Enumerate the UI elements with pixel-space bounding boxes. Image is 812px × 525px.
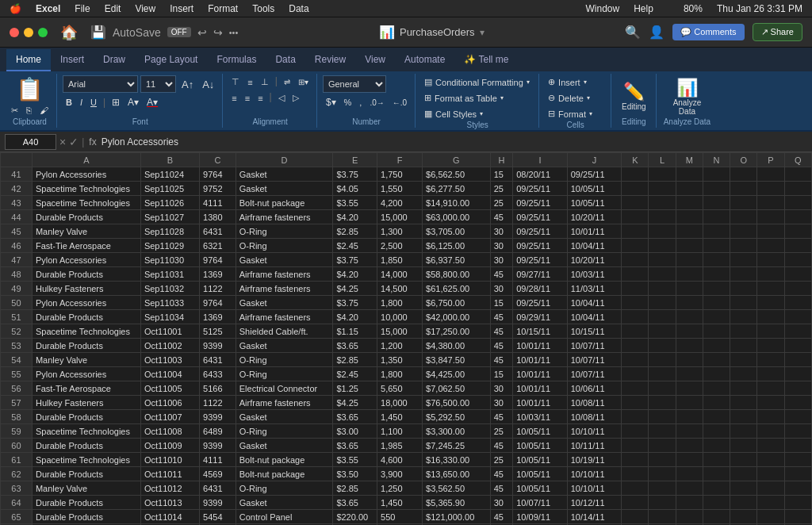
cell-empty[interactable]: [757, 367, 784, 381]
table-row[interactable]: 62Durable ProductsOct110114569Bolt-nut p…: [1, 467, 812, 481]
cell-empty[interactable]: [703, 253, 730, 267]
cell-empty[interactable]: [676, 510, 703, 524]
cell-54-A[interactable]: Manley Valve: [32, 353, 140, 367]
tab-formulas[interactable]: Formulas: [207, 49, 266, 71]
table-row[interactable]: 50Pylon AccessoriesSep110339764Gasket$3.…: [1, 296, 812, 310]
cell-46-F[interactable]: 2,500: [377, 239, 423, 253]
cell-51-B[interactable]: Sep11034: [140, 310, 199, 324]
increase-font-button[interactable]: A↑: [178, 77, 197, 92]
cell-58-A[interactable]: Durable Products: [32, 410, 140, 424]
cell-53-E[interactable]: $3.65: [333, 339, 377, 353]
cell-64-E[interactable]: $3.65: [333, 496, 377, 510]
merge-button[interactable]: ⊞▾: [295, 75, 312, 89]
cell-empty[interactable]: [676, 310, 703, 324]
insert-cells-button[interactable]: ⊕ Insert ▾: [545, 75, 606, 89]
cell-41-G[interactable]: $6,562.50: [423, 167, 491, 182]
table-row[interactable]: 63Manley ValveOct110126431O-Ring$2.851,2…: [1, 481, 812, 496]
col-A-header[interactable]: A: [32, 153, 140, 167]
col-E-header[interactable]: E: [333, 153, 377, 167]
cell-empty[interactable]: [784, 182, 811, 196]
cell-empty[interactable]: [622, 353, 649, 367]
col-B-header[interactable]: B: [140, 153, 199, 167]
cell-51-A[interactable]: Durable Products: [32, 310, 140, 324]
cell-50-B[interactable]: Sep11033: [140, 296, 199, 310]
cell-57-A[interactable]: Hulkey Fasteners: [32, 396, 140, 410]
cell-empty[interactable]: [676, 424, 703, 439]
cell-63-E[interactable]: $2.85: [333, 481, 377, 496]
cell-empty[interactable]: [703, 196, 730, 210]
cell-empty[interactable]: [757, 196, 784, 210]
border-button[interactable]: ⊞: [109, 95, 123, 109]
cell-47-J[interactable]: 10/20/11: [567, 253, 621, 267]
file-dropdown-icon[interactable]: ▾: [480, 27, 485, 38]
col-O-header[interactable]: O: [730, 153, 757, 167]
cell-empty[interactable]: [649, 453, 676, 467]
cell-52-D[interactable]: Shielded Cable/ft.: [236, 324, 333, 339]
conditional-formatting-button[interactable]: ▤ Conditional Formatting ▾: [421, 75, 534, 89]
table-row[interactable]: 60Durable ProductsOct110099399Gasket$3.6…: [1, 439, 812, 453]
cell-empty[interactable]: [676, 367, 703, 381]
app-menu-data[interactable]: Data: [289, 3, 308, 14]
tab-draw[interactable]: Draw: [94, 49, 135, 71]
cell-empty[interactable]: [622, 267, 649, 282]
cell-41-A[interactable]: Pylon Accessories: [32, 167, 140, 182]
cell-56-B[interactable]: Oct11005: [140, 381, 199, 396]
col-H-header[interactable]: H: [490, 153, 513, 167]
cell-empty[interactable]: [622, 439, 649, 453]
cell-59-H[interactable]: 25: [490, 424, 513, 439]
cell-62-B[interactable]: Oct11011: [140, 467, 199, 481]
table-row[interactable]: 53Durable ProductsOct110029399Gasket$3.6…: [1, 339, 812, 353]
cell-empty[interactable]: [757, 381, 784, 396]
cell-55-G[interactable]: $4,425.00: [423, 367, 491, 381]
cell-58-B[interactable]: Oct11007: [140, 410, 199, 424]
cell-42-D[interactable]: Gasket: [236, 182, 333, 196]
cell-empty[interactable]: [649, 196, 676, 210]
cell-51-F[interactable]: 10,000: [377, 310, 423, 324]
name-box[interactable]: [5, 134, 56, 150]
cell-63-G[interactable]: $3,562.50: [423, 481, 491, 496]
cell-empty[interactable]: [784, 324, 811, 339]
cell-empty[interactable]: [649, 324, 676, 339]
align-bottom-button[interactable]: ⊥: [258, 75, 272, 89]
cell-45-F[interactable]: 1,300: [377, 224, 423, 239]
cell-47-F[interactable]: 1,850: [377, 253, 423, 267]
cell-empty[interactable]: [649, 182, 676, 196]
cell-empty[interactable]: [730, 396, 757, 410]
cell-empty[interactable]: [622, 367, 649, 381]
cell-49-J[interactable]: 11/03/11: [567, 282, 621, 296]
cell-empty[interactable]: [730, 496, 757, 510]
cell-56-H[interactable]: 30: [490, 381, 513, 396]
cell-empty[interactable]: [622, 239, 649, 253]
cell-49-E[interactable]: $4.25: [333, 282, 377, 296]
cell-43-C[interactable]: 4111: [200, 196, 236, 210]
cell-60-D[interactable]: Gasket: [236, 439, 333, 453]
cell-50-D[interactable]: Gasket: [236, 296, 333, 310]
format-painter-button[interactable]: 🖌: [36, 104, 52, 117]
cell-empty[interactable]: [784, 267, 811, 282]
cell-empty[interactable]: [622, 481, 649, 496]
cell-empty[interactable]: [730, 253, 757, 267]
cell-55-D[interactable]: O-Ring: [236, 367, 333, 381]
cell-empty[interactable]: [784, 481, 811, 496]
share-icon[interactable]: 👤: [649, 25, 665, 40]
maximize-button[interactable]: [38, 28, 48, 37]
cell-59-C[interactable]: 6489: [200, 424, 236, 439]
cell-empty[interactable]: [784, 381, 811, 396]
cell-57-E[interactable]: $4.25: [333, 396, 377, 410]
cell-empty[interactable]: [622, 396, 649, 410]
cell-61-I[interactable]: 10/05/11: [513, 453, 567, 467]
cell-63-F[interactable]: 1,250: [377, 481, 423, 496]
cell-63-A[interactable]: Manley Valve: [32, 481, 140, 496]
cell-empty[interactable]: [676, 324, 703, 339]
cell-44-F[interactable]: 15,000: [377, 210, 423, 224]
cell-48-H[interactable]: 45: [490, 267, 513, 282]
cell-56-A[interactable]: Fast-Tie Aerospace: [32, 381, 140, 396]
cell-empty[interactable]: [703, 424, 730, 439]
autosave-toggle[interactable]: OFF: [167, 27, 191, 37]
col-N-header[interactable]: N: [703, 153, 730, 167]
cell-60-B[interactable]: Oct11009: [140, 439, 199, 453]
cell-65-A[interactable]: Durable Products: [32, 510, 140, 524]
cell-empty[interactable]: [676, 182, 703, 196]
cell-empty[interactable]: [676, 467, 703, 481]
cell-empty[interactable]: [649, 239, 676, 253]
